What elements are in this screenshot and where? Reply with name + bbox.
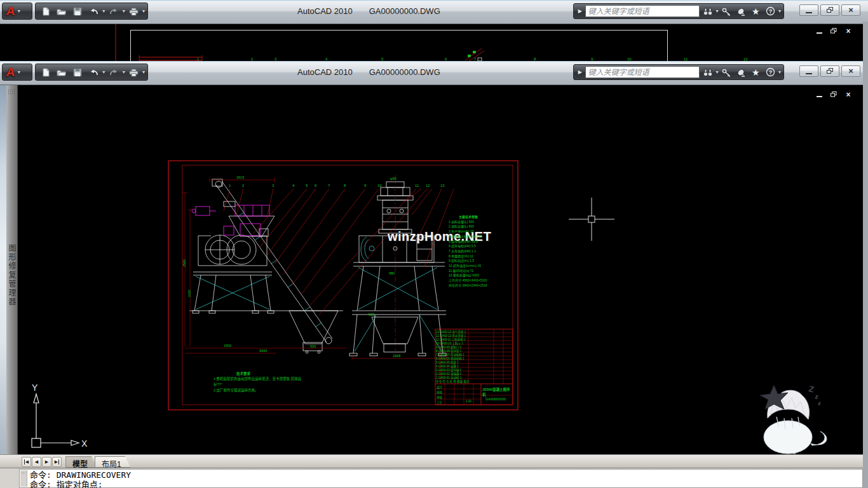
svg-text:z: z — [818, 400, 822, 407]
doc-restore-button[interactable] — [829, 90, 838, 98]
favorites-button[interactable]: ★ — [749, 65, 763, 79]
chevron-down-icon[interactable]: ▾ — [18, 9, 20, 14]
tab-layout1[interactable]: 布局1 — [95, 456, 131, 468]
close-button[interactable]: × — [841, 65, 860, 77]
close-button[interactable]: × — [841, 4, 860, 16]
save-floppy-icon — [73, 7, 82, 16]
next-tab-icon: ▶ — [45, 459, 48, 464]
search-go-button[interactable]: ▶ — [576, 8, 584, 14]
search-dropdown-icon[interactable]: ▾ — [716, 70, 719, 75]
window-border — [863, 22, 868, 488]
communication-center-button[interactable] — [735, 4, 748, 18]
plot-button[interactable] — [126, 4, 141, 18]
satellite-dish-icon — [736, 7, 746, 16]
redo-dropdown-icon[interactable]: ▾ — [123, 70, 125, 75]
ghost-tail — [811, 431, 827, 445]
app-title: AutoCAD 2010 — [297, 67, 353, 77]
last-tab-button[interactable]: ▶ — [52, 457, 62, 467]
chevron-down-icon[interactable]: ▾ — [18, 70, 20, 75]
new-file-button[interactable] — [38, 4, 53, 18]
undo-dropdown-icon[interactable]: ▾ — [102, 70, 105, 75]
doc-close-button[interactable]: × — [844, 90, 853, 98]
help-dropdown-icon[interactable]: ▾ — [778, 9, 781, 14]
search-dropdown-icon[interactable]: ▾ — [716, 9, 719, 14]
doc-close-button[interactable]: × — [844, 27, 853, 35]
undo-button[interactable] — [86, 65, 101, 79]
minimize-button[interactable] — [799, 65, 818, 77]
palette-label: 图形修复管理器 — [7, 244, 17, 306]
doc-restore-button[interactable] — [829, 27, 838, 35]
search-go-button[interactable]: ▶ — [576, 69, 584, 75]
application-menu-button[interactable]: A ▾ — [2, 3, 32, 20]
help-icon: ? — [766, 6, 775, 16]
undo-dropdown-icon[interactable]: ▾ — [102, 9, 105, 14]
minimize-button[interactable] — [799, 4, 818, 16]
command-grip-handle[interactable] — [20, 470, 27, 487]
restore-button[interactable] — [820, 65, 839, 77]
help-icon: ? — [766, 67, 775, 77]
search-input[interactable] — [585, 66, 700, 78]
plot-button[interactable] — [126, 65, 141, 79]
command-history: 命令: DRAWINGRECOVERY 命令: 指定对角点: — [30, 470, 131, 488]
minimize-icon — [817, 32, 822, 34]
open-folder-icon — [57, 7, 66, 16]
redo-dropdown-icon[interactable]: ▾ — [123, 9, 125, 14]
drawing-recovery-palette-bar[interactable]: 图形修复管理器 — [6, 85, 18, 454]
redo-button[interactable] — [106, 4, 121, 18]
document-title: GA00000000.DWG — [369, 6, 440, 16]
open-file-button[interactable] — [54, 4, 69, 18]
binoculars-icon — [703, 68, 713, 77]
search-button[interactable] — [701, 4, 714, 18]
doc-minimize-button[interactable] — [815, 90, 824, 98]
save-floppy-icon — [73, 68, 82, 77]
printer-icon — [129, 7, 139, 16]
satellite-dish-icon — [736, 68, 746, 77]
restore-button[interactable] — [820, 4, 839, 16]
key-icon — [722, 68, 731, 77]
restore-icon — [831, 28, 837, 34]
search-button[interactable] — [701, 65, 714, 79]
palette-grip-handle[interactable] — [8, 89, 16, 94]
restore-icon — [831, 92, 837, 97]
app-title: AutoCAD 2010 — [297, 6, 353, 16]
ghost-body — [764, 421, 812, 454]
command-window[interactable]: 命令: DRAWINGRECOVERY 命令: 指定对角点: — [19, 469, 863, 488]
undo-arrow-icon — [90, 68, 98, 77]
drawing-number: GA00000000 — [485, 397, 506, 401]
autocad-logo-icon: A — [4, 4, 17, 18]
svg-text:?: ? — [769, 69, 773, 76]
save-button[interactable] — [71, 65, 85, 79]
save-button[interactable] — [71, 4, 85, 18]
communication-center-button[interactable] — [735, 65, 748, 79]
restore-icon — [827, 68, 834, 74]
redo-button[interactable] — [106, 65, 121, 79]
background-window-titlebar: A ▾ ▾ ▾ ▾ AutoCAD 2010 GA00000000.DWG ▶ … — [0, 0, 868, 24]
background-doc-window-controls: × — [815, 27, 853, 35]
sleep-z-text: Z — [808, 384, 815, 394]
subscription-button[interactable] — [720, 65, 733, 79]
search-input[interactable] — [585, 5, 700, 17]
notes-text: 1.整机装配后各运动部件应运转灵活、无卡滞现象,润滑良好??" 2.出厂前作空载… — [214, 376, 302, 393]
next-tab-button[interactable]: ▶ — [42, 457, 51, 467]
open-file-button[interactable] — [54, 65, 69, 79]
previous-tab-button[interactable]: ◀ — [32, 457, 41, 467]
tab-model[interactable]: 模型 — [65, 456, 97, 468]
first-tab-button[interactable]: ◀ — [22, 457, 31, 467]
desktop-mascot[interactable]: Z z z — [755, 381, 831, 459]
main-window-titlebar: A ▾ ▾ ▾ ▾ AutoCAD 2010 GA00000000.DWG ▶ … — [0, 61, 868, 85]
plot-dropdown-icon[interactable]: ▾ — [142, 9, 145, 14]
help-button[interactable]: ? — [764, 4, 777, 18]
help-button[interactable]: ? — [764, 65, 777, 79]
doc-minimize-button[interactable] — [815, 27, 824, 35]
window-controls: × — [799, 4, 860, 16]
new-file-button[interactable] — [38, 65, 53, 79]
background-window-canvas[interactable] — [0, 22, 863, 61]
plot-dropdown-icon[interactable]: ▾ — [142, 70, 145, 75]
undo-button[interactable] — [86, 4, 101, 18]
favorites-button[interactable]: ★ — [749, 4, 763, 18]
subscription-button[interactable] — [720, 4, 733, 18]
help-dropdown-icon[interactable]: ▾ — [778, 70, 781, 75]
application-menu-button[interactable]: A ▾ — [2, 64, 32, 81]
autocad-logo-icon: A — [4, 65, 17, 79]
undo-arrow-icon — [90, 7, 98, 16]
